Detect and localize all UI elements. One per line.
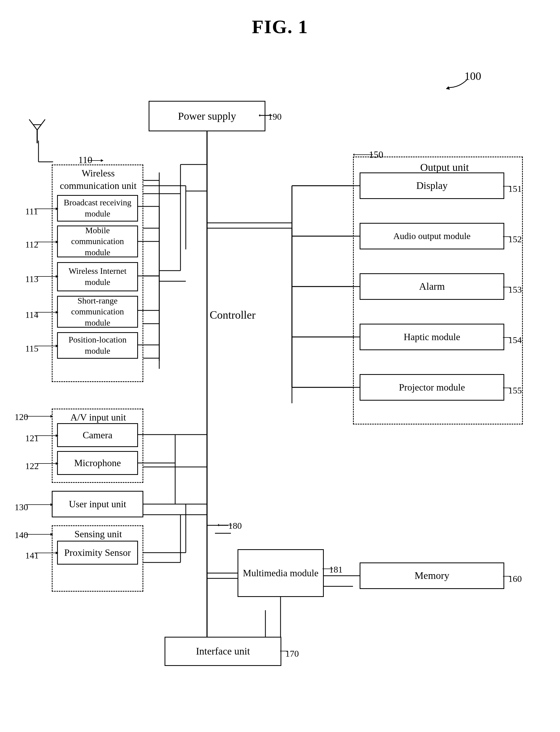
alarm-box: Alarm [360, 273, 504, 300]
controller-label: Controller [210, 308, 256, 323]
svg-marker-48 [56, 275, 58, 278]
svg-marker-62 [50, 533, 53, 536]
wireless-internet-box: Wireless Internet module [57, 262, 138, 291]
microphone-box: Microphone [57, 451, 138, 475]
proximity-sensor-box: Proximity Sensor [57, 541, 138, 565]
memory-box: Memory [360, 562, 504, 589]
svg-marker-60 [50, 503, 53, 506]
broadcast-receiving-box: Broadcast receiving module [57, 195, 138, 222]
mobile-comm-box: Mobile communication module [57, 226, 138, 257]
position-location-box: Position-location module [57, 332, 138, 359]
svg-marker-54 [50, 415, 53, 417]
interface-unit-box: Interface unit [165, 637, 281, 666]
antenna-icon [27, 114, 48, 146]
av-input-label: A/V input unit [58, 411, 138, 424]
display-box: Display [360, 173, 504, 199]
projector-box: Projector module [360, 374, 504, 400]
wireless-comm-label: Wireless communication unit [56, 167, 141, 192]
page-title: FIG. 1 [0, 0, 560, 38]
sensing-label: Sensing unit [58, 528, 138, 540]
multimedia-box: Multimedia module [238, 549, 324, 597]
haptic-box: Haptic module [360, 324, 504, 350]
svg-marker-36 [259, 114, 260, 117]
user-input-box: User input unit [52, 491, 143, 517]
svg-marker-44 [56, 208, 58, 210]
short-range-box: Short-range communication module [57, 296, 138, 328]
svg-marker-42 [101, 159, 104, 162]
camera-box: Camera [57, 423, 138, 447]
svg-marker-56 [56, 434, 58, 437]
svg-marker-50 [56, 311, 58, 314]
power-supply-box: Power supply [149, 101, 265, 131]
svg-marker-46 [56, 241, 58, 243]
audio-output-box: Audio output module [360, 223, 504, 250]
svg-marker-66 [218, 524, 219, 526]
svg-marker-58 [56, 462, 58, 465]
svg-marker-34 [446, 86, 450, 90]
svg-marker-52 [56, 345, 58, 347]
svg-marker-64 [56, 552, 58, 554]
svg-marker-68 [353, 153, 354, 156]
